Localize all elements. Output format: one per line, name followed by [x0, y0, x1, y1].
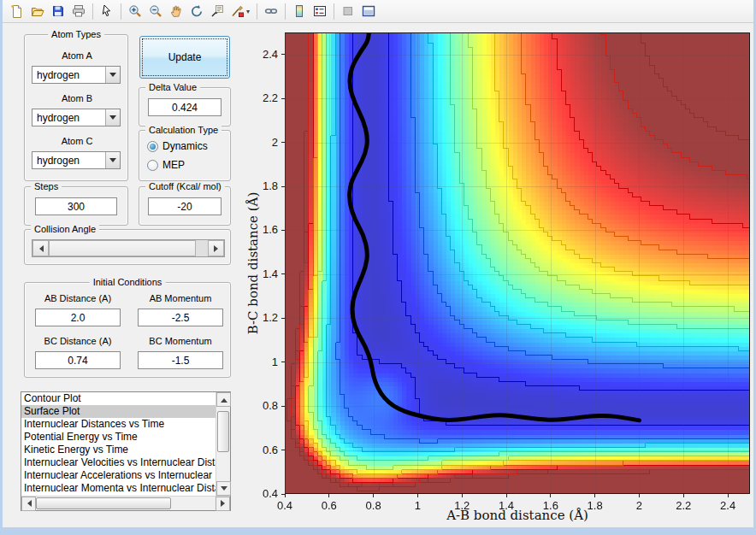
triangle-up-icon — [221, 395, 227, 403]
vertical-scrollbar[interactable] — [216, 392, 230, 496]
brush-data-button[interactable] — [227, 2, 248, 21]
list-item[interactable]: Internuclear Accelerations vs Internucle… — [21, 469, 216, 482]
atom-b-dropdown-button[interactable] — [105, 109, 120, 126]
initial-conditions-title: Initial Conditions — [90, 277, 166, 287]
atom-a-value: hydrogen — [32, 69, 105, 81]
delta-value-field[interactable] — [148, 98, 221, 116]
ab-momentum-field[interactable] — [138, 309, 223, 326]
x-tick-label: 1.6 — [538, 499, 564, 512]
list-item[interactable]: Internuclear Velocities vs Internuclear … — [21, 456, 216, 469]
x-tick-label: 0.6 — [316, 499, 342, 512]
toolbar-separator — [92, 3, 93, 20]
zoom-out-button[interactable] — [145, 2, 166, 21]
y-tick-label: 1.2 — [251, 311, 278, 324]
y-tick-label: 1.8 — [251, 179, 278, 192]
slider-track[interactable] — [196, 240, 208, 256]
slider-thumb[interactable] — [49, 240, 196, 256]
hide-plot-tools-button[interactable] — [338, 2, 358, 21]
radio-mep-icon — [147, 160, 158, 171]
print-figure-button[interactable] — [68, 2, 89, 21]
atom-c-dropdown[interactable]: hydrogen — [32, 151, 121, 169]
slider-right-button[interactable] — [208, 240, 224, 256]
x-tick-label: 2.4 — [715, 499, 741, 512]
y-tick-label: 2.2 — [251, 91, 278, 104]
data-cursor-button[interactable] — [207, 2, 227, 21]
y-tick — [281, 494, 285, 495]
steps-field[interactable] — [35, 197, 117, 215]
list-item[interactable]: Surface Plot — [21, 405, 216, 418]
list-item[interactable]: Internuclear Distances vs Time — [21, 418, 216, 431]
pan-button[interactable] — [166, 2, 186, 21]
zoom-out-icon — [149, 4, 162, 18]
insert-legend-button[interactable] — [310, 2, 330, 21]
steps-panel: Steps — [24, 186, 128, 226]
bc-momentum-field[interactable] — [138, 351, 223, 369]
triangle-down-icon — [221, 486, 227, 494]
list-item[interactable]: Potential Energy vs Time — [21, 431, 216, 444]
atom-types-panel: Atom Types Atom A hydrogen Atom B hydrog… — [24, 34, 128, 181]
horizontal-scrollbar[interactable] — [21, 496, 230, 510]
save-figure-button[interactable] — [48, 2, 68, 21]
y-tick-label: 1 — [251, 356, 278, 368]
scroll-up-button[interactable] — [216, 392, 231, 407]
window-frame — [0, 0, 3, 535]
radio-dynamics-label: Dynamics — [162, 140, 208, 152]
open-file-button[interactable] — [27, 2, 48, 21]
x-tick-label: 0.4 — [272, 499, 298, 512]
y-tick — [281, 450, 285, 450]
edit-plot-button[interactable] — [97, 2, 117, 21]
x-tick-label: 1.4 — [493, 499, 519, 512]
vertical-scroll-thumb[interactable] — [217, 411, 229, 452]
x-tick-label: 2 — [626, 499, 652, 512]
link-plot-button[interactable] — [261, 2, 281, 21]
atom-c-label: Atom C — [25, 136, 129, 146]
y-tick-label: 0.6 — [251, 444, 278, 456]
calculation-type-title: Calculation Type — [145, 125, 221, 135]
link-chain-icon — [264, 4, 278, 18]
horizontal-scroll-thumb[interactable] — [36, 497, 171, 509]
radio-dynamics[interactable]: Dynamics — [147, 140, 208, 152]
ab-distance-field[interactable] — [35, 309, 121, 326]
rotate-3d-icon — [190, 4, 204, 18]
y-tick — [281, 273, 285, 274]
x-tick — [328, 494, 329, 497]
atom-b-dropdown[interactable]: hydrogen — [32, 109, 121, 126]
collision-angle-panel: Collision Angle — [24, 229, 231, 265]
collision-angle-title: Collision Angle — [31, 224, 99, 234]
atom-a-dropdown[interactable]: hydrogen — [32, 66, 121, 84]
zoom-in-button[interactable] — [125, 2, 145, 21]
bc-distance-field[interactable] — [35, 351, 121, 369]
atom-c-dropdown-button[interactable] — [105, 152, 120, 168]
show-plot-tools-button[interactable] — [358, 2, 379, 21]
collision-angle-slider[interactable] — [32, 239, 225, 257]
ab-distance-label: AB Distance (A) — [30, 293, 126, 303]
pes-contour-canvas[interactable] — [285, 32, 750, 494]
radio-mep[interactable]: MEP — [147, 159, 185, 171]
cutoff-field[interactable] — [148, 197, 221, 215]
x-tick — [550, 494, 551, 497]
y-tick — [281, 142, 285, 143]
list-item[interactable]: Contour Plot — [21, 392, 216, 405]
list-item[interactable]: Internuclear Momenta vs Internuclear Dis… — [21, 482, 216, 495]
insert-colorbar-button[interactable] — [289, 2, 310, 21]
scroll-right-button[interactable] — [216, 497, 230, 511]
open-folder-icon — [31, 4, 44, 18]
atom-a-dropdown-button[interactable] — [105, 67, 120, 83]
rotate-3d-button[interactable] — [186, 2, 207, 21]
slider-left-button[interactable] — [32, 240, 49, 256]
triangle-right-icon — [214, 245, 221, 252]
x-tick-label: 2.2 — [670, 499, 696, 512]
plot-type-items: Contour PlotSurface PlotInternuclear Dis… — [21, 392, 216, 496]
y-tick-label: 2.4 — [251, 48, 278, 61]
atom-b-label: Atom B — [25, 93, 129, 103]
scroll-down-button[interactable] — [216, 481, 231, 496]
atom-c-value: hydrogen — [32, 155, 105, 167]
scroll-left-button[interactable] — [21, 497, 36, 511]
brush-dropdown-caret[interactable]: ▾ — [246, 8, 253, 15]
plot-type-listbox[interactable]: Contour PlotSurface PlotInternuclear Dis… — [21, 391, 231, 511]
y-tick-label: 0.4 — [251, 487, 278, 500]
update-button[interactable]: Update — [139, 36, 230, 79]
list-item[interactable]: Kinetic Energy vs Time — [21, 444, 216, 456]
printer-icon — [72, 4, 86, 18]
new-figure-button[interactable] — [7, 2, 27, 21]
